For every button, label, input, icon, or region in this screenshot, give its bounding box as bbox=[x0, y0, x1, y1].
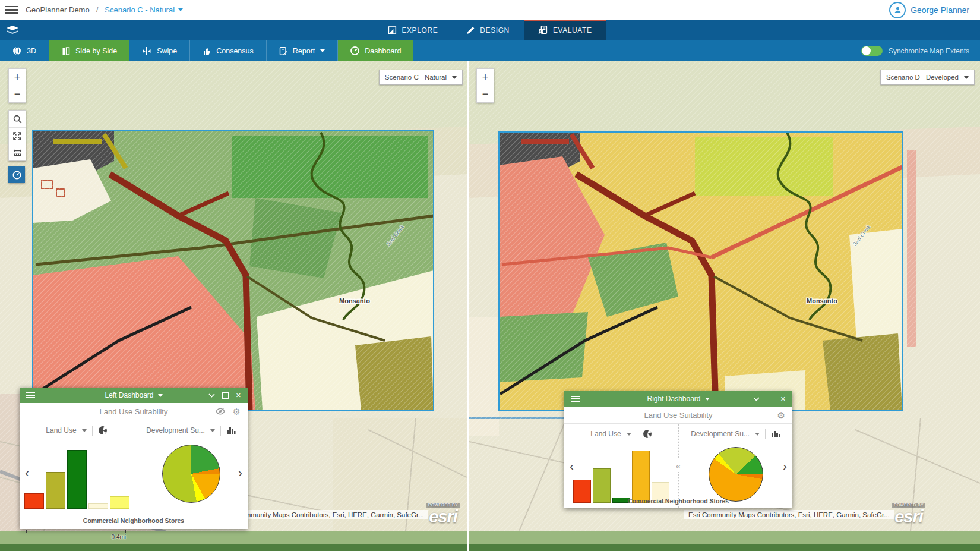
widget-label: Development Su... bbox=[691, 430, 750, 438]
app-title: GeoPlanner Demo bbox=[26, 5, 90, 14]
swipe-button[interactable]: Swipe bbox=[129, 40, 190, 61]
scenario-selector-left[interactable]: Scenario C - Natural bbox=[379, 70, 463, 85]
land-use-widget: Land Use bbox=[20, 420, 134, 529]
esri-logo: POWERED BY esri bbox=[892, 499, 925, 525]
next-indicator-button[interactable]: › bbox=[783, 459, 787, 472]
main-menu-icon[interactable] bbox=[5, 6, 18, 14]
caret-down-icon[interactable] bbox=[82, 429, 87, 432]
consensus-button[interactable]: Consensus bbox=[190, 40, 267, 61]
layers-icon[interactable] bbox=[5, 24, 20, 37]
consensus-thumb-icon bbox=[203, 47, 211, 55]
map-attribution: Esri Community Maps Contributors, Esri, … bbox=[219, 510, 428, 519]
dashboard-title: Right Dashboard bbox=[647, 395, 700, 403]
dashboard-gauge-icon bbox=[350, 46, 359, 55]
previous-indicator-button[interactable]: ‹ bbox=[570, 459, 574, 472]
side-by-side-maps: Monsanto Seal Creek + − bbox=[0, 61, 980, 551]
visibility-icon[interactable] bbox=[216, 408, 225, 415]
dashboard-menu-icon[interactable] bbox=[26, 392, 35, 398]
bar-yellow bbox=[110, 496, 129, 509]
user-menu[interactable]: George Planner bbox=[889, 2, 980, 18]
maximize-icon[interactable] bbox=[222, 392, 229, 399]
dashboard-body: Land Use Development Su... bbox=[20, 420, 248, 529]
pie-chart-type-icon[interactable] bbox=[643, 429, 652, 439]
land-use-widget: Land Use bbox=[564, 424, 678, 508]
development-suitability-widget: Development Su... bbox=[678, 424, 792, 508]
tab-explore[interactable]: EXPLORE bbox=[374, 20, 452, 40]
collapse-widget-button[interactable]: « bbox=[675, 459, 681, 472]
bar-chart-type-icon[interactable] bbox=[226, 426, 236, 434]
user-name: George Planner bbox=[911, 5, 969, 15]
mode-tabs: EXPLORE DESIGN EVALUATE bbox=[374, 20, 606, 40]
collapse-icon[interactable] bbox=[208, 393, 215, 398]
bar-olive bbox=[46, 472, 65, 509]
synchronize-map-extents-label: Synchronize Map Extents bbox=[889, 47, 969, 55]
panel-title: Land Use Suitability bbox=[644, 411, 713, 420]
caret-down-icon bbox=[452, 76, 457, 79]
report-icon bbox=[279, 47, 287, 55]
development-suitability-pie-chart bbox=[709, 447, 763, 502]
bar-red bbox=[24, 493, 44, 509]
caret-down-icon[interactable] bbox=[627, 433, 631, 436]
dashboard-menu-icon[interactable] bbox=[571, 396, 580, 402]
report-button[interactable]: Report bbox=[267, 40, 339, 61]
gear-icon[interactable]: ⚙ bbox=[777, 411, 785, 420]
map-left-scenario-c: Monsanto Seal Creek + − bbox=[0, 61, 467, 551]
tab-evaluate[interactable]: EVALUATE bbox=[524, 20, 606, 40]
toggle-knob bbox=[862, 46, 871, 55]
zoom-in-button[interactable]: + bbox=[477, 69, 494, 86]
window-buttons: ✕ bbox=[208, 392, 248, 399]
expand-extent-icon[interactable] bbox=[9, 127, 26, 144]
separator bbox=[92, 426, 93, 436]
close-icon[interactable]: ✕ bbox=[780, 395, 786, 403]
indicator-caption: Commercial Neighborhood Stores bbox=[20, 517, 248, 524]
bar-amber bbox=[632, 451, 650, 503]
synchronize-map-extents-toggle[interactable] bbox=[861, 46, 883, 56]
caret-down-icon bbox=[178, 8, 183, 11]
caret-down-icon bbox=[158, 394, 163, 397]
toolbar-right: Synchronize Map Extents bbox=[861, 40, 980, 61]
zoom-controls-left: + − bbox=[8, 68, 26, 103]
gear-icon[interactable]: ⚙ bbox=[233, 407, 241, 416]
evaluate-doc-magnifier-icon bbox=[538, 26, 548, 34]
map-right-scenario-d: Monsanto Seal Creek + − Scenario D - Dev… bbox=[469, 61, 980, 551]
caret-down-icon[interactable] bbox=[755, 433, 760, 436]
map-attribution: Esri Community Maps Contributors, Esri, … bbox=[684, 510, 894, 519]
scenario-selector-right[interactable]: Scenario D - Developed bbox=[880, 70, 975, 85]
previous-indicator-button[interactable]: ‹ bbox=[25, 466, 29, 478]
side-by-side-button[interactable]: Side by Side bbox=[49, 40, 129, 61]
land-use-bar-chart bbox=[573, 446, 669, 503]
3d-button[interactable]: 3D bbox=[0, 40, 49, 61]
dashboard-button[interactable]: Dashboard bbox=[338, 40, 413, 61]
measure-icon[interactable] bbox=[9, 144, 26, 160]
scale-mi-label: 0.4mi bbox=[26, 534, 126, 540]
caret-down-icon[interactable] bbox=[210, 429, 215, 432]
tab-design[interactable]: DESIGN bbox=[452, 20, 524, 40]
zoom-out-button[interactable]: − bbox=[9, 86, 26, 102]
window-buttons: ✕ bbox=[753, 395, 792, 403]
mode-tab-bar: EXPLORE DESIGN EVALUATE bbox=[0, 20, 980, 40]
zoom-out-button[interactable]: − bbox=[477, 86, 494, 102]
right-dashboard-header[interactable]: Right Dashboard ✕ bbox=[564, 391, 792, 407]
caret-down-icon bbox=[320, 49, 325, 52]
maximize-icon[interactable] bbox=[767, 396, 773, 402]
left-dashboard-header[interactable]: Left Dashboard ✕ bbox=[20, 388, 248, 403]
scenario-menu-link[interactable]: Scenario C - Natural bbox=[105, 5, 183, 14]
search-icon[interactable] bbox=[9, 111, 26, 127]
pie-chart-type-icon[interactable] bbox=[98, 426, 108, 435]
widget-label: Land Use bbox=[46, 426, 76, 434]
evaluate-toolbar: 3D Side by Side Swipe Consensus Report bbox=[0, 40, 980, 61]
swipe-icon bbox=[142, 47, 151, 55]
dashboard-subtitle-row: Land Use Suitability ⚙ bbox=[564, 407, 792, 424]
bar-chart-type-icon[interactable] bbox=[771, 430, 780, 438]
pencil-icon bbox=[466, 26, 475, 34]
zoom-in-button[interactable]: + bbox=[9, 69, 26, 86]
scale-rule bbox=[26, 530, 126, 533]
indicator-caption: Commercial Neighborhood Stores bbox=[564, 498, 792, 505]
close-icon[interactable]: ✕ bbox=[236, 392, 241, 399]
separator bbox=[220, 426, 221, 436]
collapse-icon[interactable] bbox=[753, 397, 760, 401]
next-indicator-button[interactable]: › bbox=[238, 466, 242, 478]
dashboard-tool-button[interactable] bbox=[8, 166, 25, 183]
panel-title: Land Use Suitability bbox=[100, 407, 168, 416]
place-label: Monsanto bbox=[339, 297, 370, 304]
